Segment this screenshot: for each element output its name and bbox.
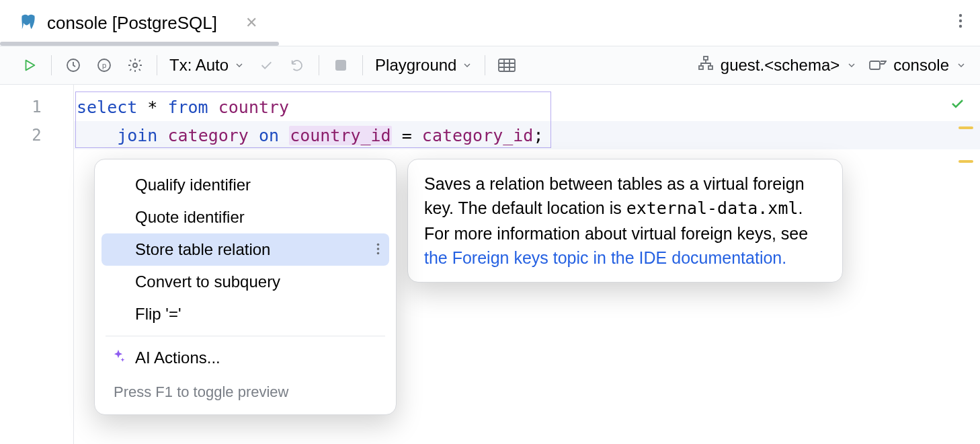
keyword: from bbox=[167, 98, 208, 117]
svg-point-1 bbox=[959, 20, 962, 22]
token bbox=[77, 126, 117, 145]
chevron-down-icon bbox=[956, 56, 967, 75]
separator bbox=[51, 55, 52, 75]
line-number: 1 bbox=[0, 93, 73, 121]
identifier: category bbox=[168, 126, 249, 145]
token bbox=[249, 126, 259, 145]
keyword: on bbox=[259, 126, 279, 145]
svg-rect-11 bbox=[870, 61, 880, 69]
rollback-icon[interactable] bbox=[288, 56, 307, 75]
schema-dropdown[interactable]: guest.<schema> bbox=[698, 56, 857, 75]
intention-label: AI Actions... bbox=[135, 348, 220, 367]
token bbox=[208, 98, 218, 117]
chevron-down-icon bbox=[462, 56, 473, 75]
schema-icon bbox=[698, 56, 714, 75]
explain-plan-icon[interactable]: p bbox=[95, 56, 114, 75]
stop-icon[interactable] bbox=[331, 56, 350, 75]
doc-link[interactable]: the Foreign keys topic in the IDE docume… bbox=[424, 248, 786, 267]
separator bbox=[319, 55, 319, 75]
grid-icon[interactable] bbox=[497, 56, 516, 75]
svg-point-6 bbox=[133, 63, 137, 67]
console-dropdown[interactable]: console bbox=[869, 56, 967, 75]
commit-icon[interactable] bbox=[257, 56, 276, 75]
token: * bbox=[137, 98, 167, 117]
doc-code: external-data.xml bbox=[626, 198, 799, 218]
separator bbox=[485, 55, 485, 75]
identifier: country bbox=[218, 98, 289, 117]
playground-label: Playground bbox=[375, 56, 456, 75]
schema-label: guest.<schema> bbox=[721, 56, 840, 75]
svg-point-14 bbox=[377, 252, 380, 255]
run-icon[interactable] bbox=[20, 56, 39, 75]
token bbox=[279, 126, 289, 145]
more-icon[interactable] bbox=[376, 240, 380, 259]
identifier: category_id bbox=[422, 126, 534, 145]
intention-item-quote[interactable]: Quote identifier bbox=[101, 201, 389, 233]
identifier: country_id bbox=[289, 126, 392, 145]
svg-text:p: p bbox=[102, 61, 106, 69]
chevron-down-icon bbox=[234, 56, 245, 75]
svg-rect-10 bbox=[708, 66, 712, 69]
intention-menu: Qualify identifier Quote identifier Stor… bbox=[94, 159, 397, 415]
token: = bbox=[392, 126, 422, 145]
history-icon[interactable] bbox=[64, 56, 83, 75]
tab-bar: console [PostgreSQL] ✕ bbox=[0, 0, 980, 46]
intention-hint: Press F1 to toggle preview bbox=[101, 374, 389, 405]
svg-rect-9 bbox=[699, 66, 703, 69]
svg-rect-7 bbox=[499, 59, 515, 71]
tab-title: console [PostgreSQL] bbox=[47, 13, 217, 34]
intention-label: Flip '=' bbox=[135, 305, 181, 324]
close-icon[interactable]: ✕ bbox=[245, 14, 257, 32]
gear-icon[interactable] bbox=[126, 56, 145, 75]
intention-item-subquery[interactable]: Convert to subquery bbox=[101, 266, 389, 298]
postgresql-icon bbox=[19, 13, 38, 32]
gutter: 1 2 bbox=[0, 85, 74, 444]
inspection-stripe[interactable] bbox=[958, 126, 973, 129]
tx-mode-dropdown[interactable]: Tx: Auto bbox=[169, 56, 245, 75]
doc-popup: Saves a relation between tables as a vir… bbox=[407, 159, 843, 283]
separator bbox=[106, 336, 385, 336]
token: ; bbox=[533, 126, 543, 145]
ai-sparkle-icon bbox=[111, 348, 126, 367]
svg-point-2 bbox=[959, 25, 962, 28]
intention-item-flip[interactable]: Flip '=' bbox=[101, 298, 389, 330]
intention-label: Quote identifier bbox=[135, 208, 245, 227]
token bbox=[157, 126, 167, 145]
intention-label: Convert to subquery bbox=[135, 272, 280, 291]
keyword: join bbox=[117, 126, 157, 145]
inspection-stripe[interactable] bbox=[958, 160, 973, 163]
svg-point-13 bbox=[377, 248, 380, 250]
line-number: 2 bbox=[0, 121, 73, 149]
separator bbox=[362, 55, 363, 75]
no-problems-icon[interactable] bbox=[949, 96, 965, 116]
datasource-icon bbox=[869, 56, 887, 75]
code-line: select * from country bbox=[77, 93, 980, 121]
svg-rect-8 bbox=[704, 57, 708, 60]
query-toolbar: p Tx: Auto Playground guest.<schema> bbox=[0, 46, 980, 85]
intention-label: Qualify identifier bbox=[135, 176, 251, 194]
svg-point-0 bbox=[959, 14, 962, 17]
separator bbox=[157, 55, 157, 75]
intention-item-ai[interactable]: AI Actions... bbox=[101, 342, 389, 374]
playground-dropdown[interactable]: Playground bbox=[375, 56, 473, 75]
intention-label: Store table relation bbox=[135, 240, 270, 259]
editor-tab[interactable]: console [PostgreSQL] ✕ bbox=[19, 0, 257, 46]
intention-item-store-relation[interactable]: Store table relation bbox=[101, 233, 389, 266]
tab-overflow-icon[interactable] bbox=[958, 13, 963, 31]
tx-mode-label: Tx: Auto bbox=[169, 56, 229, 75]
keyword: select bbox=[77, 98, 137, 117]
toolbar-right: guest.<schema> console bbox=[698, 56, 967, 75]
tab-indicator bbox=[0, 42, 279, 46]
chevron-down-icon bbox=[846, 56, 857, 75]
console-label: console bbox=[893, 56, 949, 75]
svg-point-12 bbox=[377, 244, 380, 246]
intention-item-qualify[interactable]: Qualify identifier bbox=[101, 169, 389, 201]
